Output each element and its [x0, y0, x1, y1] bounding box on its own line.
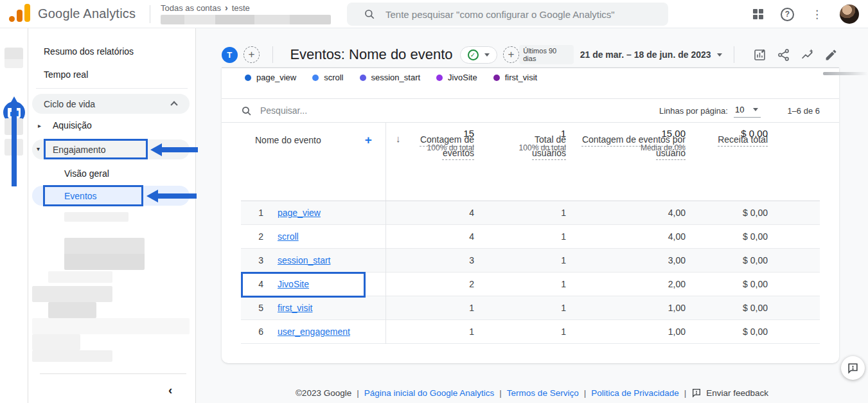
footer-link-privacy[interactable]: Politica de Privacidade: [591, 388, 679, 398]
redacted-account-name: [161, 15, 331, 24]
date-caret-icon[interactable]: [717, 53, 722, 57]
add-comparison-button[interactable]: +: [244, 46, 260, 63]
send-feedback-link[interactable]: Enviar feedback: [691, 388, 768, 398]
total-value: $ 0,00: [741, 128, 768, 139]
engagement-label: Engajamento: [32, 145, 106, 155]
footer-link-terms[interactable]: Termos de Serviço: [507, 388, 579, 398]
cell-count-per-user: 1,00: [566, 303, 686, 313]
sidebar-collapse-icon[interactable]: ‹: [168, 383, 172, 397]
legend-label: session_start: [371, 73, 421, 82]
footer-link-home[interactable]: Página inicial do Google Analytics: [364, 388, 495, 398]
apps-grid-icon[interactable]: [753, 9, 763, 19]
customize-report-icon[interactable]: [752, 47, 767, 62]
scrollbar-thumb[interactable]: [823, 72, 868, 75]
totals-total-users: 1 100% do total: [519, 128, 566, 152]
google-analytics-logo-icon: [9, 4, 30, 23]
row-index: 5: [241, 303, 263, 313]
event-name-link[interactable]: scroll: [278, 231, 299, 242]
row-index: 1: [241, 208, 263, 218]
date-preset-badge: Últimos 90 dias: [519, 45, 573, 64]
sidebar-item-overview[interactable]: Visão geral: [64, 168, 109, 179]
report-header: T + Eventos: Nome do evento ✓ + Últimos …: [222, 40, 838, 69]
tree-collapsed-icon[interactable]: ▸: [38, 122, 41, 129]
cell-event-count: 1: [385, 303, 474, 313]
global-search-input[interactable]: [385, 9, 655, 20]
sidebar-item-realtime[interactable]: Tempo real: [44, 69, 88, 80]
topbar-actions: ? ⋮: [753, 0, 859, 28]
redacted-nav-item: [64, 212, 128, 222]
feedback-fab[interactable]: [841, 356, 865, 380]
cell-total-users: 1: [474, 231, 566, 242]
table-search-input[interactable]: [260, 105, 453, 116]
chevron-up-icon[interactable]: [170, 101, 177, 108]
events-table: Nome do evento + ↓ Contagem de eventos 1…: [241, 123, 820, 344]
ga-brand[interactable]: Google Analytics: [9, 4, 136, 23]
cell-total-users: 1: [474, 327, 566, 337]
sidebar-item-events[interactable]: Eventos: [32, 186, 190, 206]
cell-count-per-user: 3,00: [566, 255, 686, 265]
cell-total-revenue: $ 0,00: [686, 255, 768, 265]
table-toolbar: Linhas por página: 10 1–6 de 6: [222, 98, 839, 123]
global-search[interactable]: [347, 3, 668, 26]
event-name-link[interactable]: user_engagement: [278, 327, 350, 337]
event-name-link[interactable]: session_start: [278, 255, 330, 265]
feedback-bubble-icon: [691, 388, 702, 398]
data-quality-badge[interactable]: ✓: [460, 46, 497, 64]
topbar: Google Analytics Todas as contas › teste…: [0, 0, 868, 28]
total-value: 1: [519, 128, 566, 139]
cell-total-users: 1: [474, 279, 566, 289]
sidebar-item-acquisition[interactable]: Aquisição: [53, 120, 92, 130]
legend-dot: [436, 75, 443, 81]
kebab-menu-icon[interactable]: ⋮: [811, 9, 822, 20]
cell-event-count: 4: [385, 208, 474, 218]
redacted-nav-icon: [4, 118, 23, 135]
sidebar-divider: [36, 88, 188, 89]
chart-legend: page_view scroll session_start JivoSite …: [245, 73, 537, 82]
rows-per-page-select[interactable]: 10: [734, 103, 761, 118]
tree-expanded-icon[interactable]: ▾: [37, 145, 40, 152]
date-range-selector[interactable]: 21 de mar. – 18 de jun. de 2023: [580, 49, 711, 60]
redacted-nav-icon: [4, 48, 23, 68]
redacted-nav-item: [32, 350, 112, 362]
rows-per-page-value: 10: [735, 105, 744, 114]
cell-event-count: 2: [385, 279, 474, 289]
redacted-nav-item: [48, 271, 112, 283]
table-search[interactable]: [241, 105, 659, 116]
sort-desc-icon[interactable]: ↓: [396, 133, 401, 144]
sidebar-item-engagement[interactable]: Engajamento: [32, 139, 190, 159]
bar-chart-icon: [8, 106, 21, 119]
breadcrumb-current[interactable]: teste: [232, 3, 250, 13]
event-name-link[interactable]: JivoSite: [278, 279, 309, 289]
search-icon: [364, 8, 375, 20]
edit-pencil-icon[interactable]: [824, 47, 838, 62]
redacted-nav-icon: [4, 139, 23, 156]
check-glyph: ✓: [470, 51, 475, 58]
sidebar-section-lifecycle[interactable]: Ciclo de vida: [32, 94, 190, 114]
cell-event-count: 4: [385, 231, 474, 242]
cell-total-users: 1: [474, 255, 566, 265]
comparison-chip[interactable]: T: [222, 47, 238, 63]
insights-icon[interactable]: [800, 47, 815, 62]
pagination-controls: Linhas por página: 10 1–6 de 6: [659, 103, 820, 118]
avatar[interactable]: [840, 4, 859, 24]
event-name-link[interactable]: page_view: [278, 208, 321, 218]
sidebar-item-reports-summary[interactable]: Resumo dos relatórios: [44, 46, 134, 57]
cell-event-count: 1: [385, 327, 474, 337]
breadcrumb-root[interactable]: Todas as contas: [161, 3, 221, 13]
table-row-highlighted: 4 JivoSite 2 1 2,00 $ 0,00: [241, 273, 820, 296]
legend-dot: [312, 75, 319, 81]
add-metric-button[interactable]: +: [503, 46, 520, 63]
legend-label: scroll: [324, 73, 343, 82]
header-icon-divider: [734, 46, 734, 63]
page-title: Eventos: Nome do evento: [290, 46, 452, 63]
share-icon[interactable]: [776, 47, 791, 62]
column-header-name: Nome do evento +: [241, 123, 385, 147]
name-header-label[interactable]: Nome do evento: [255, 135, 321, 145]
cell-total-revenue: $ 0,00: [686, 231, 768, 242]
main-content: T + Eventos: Nome do evento ✓ + Últimos …: [196, 28, 868, 403]
event-name-link[interactable]: first_visit: [278, 303, 312, 313]
add-dimension-button[interactable]: +: [365, 133, 372, 147]
breadcrumb[interactable]: Todas as contas › teste: [161, 3, 250, 13]
help-icon[interactable]: ?: [781, 8, 794, 21]
brand-name: Google Analytics: [38, 6, 136, 21]
